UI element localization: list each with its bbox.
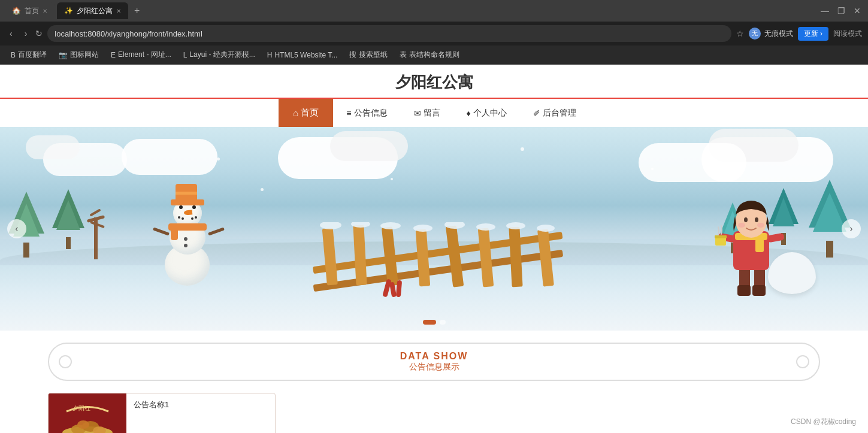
snowman [165,208,213,286]
messages-icon: ✉ [414,108,421,118]
update-button[interactable]: 更新 › [798,27,828,41]
nav-announcements[interactable]: ≡ 公告信息 [333,99,400,127]
bookmark-label: 表结构命名规则 [409,50,459,60]
nav-profile-label: 个人中心 [473,108,507,119]
nav-home[interactable]: ⌂ 首页 [279,99,333,127]
carousel-prev-button[interactable]: ‹ [7,219,26,238]
bookmark-label: HTML5 Website T... [274,51,337,59]
site-footer: CSDN @花椒coding [791,417,856,427]
nav-profile[interactable]: ♦ 个人中心 [453,99,520,127]
window-controls: — ❐ ✕ [818,6,863,16]
tab-home-favicon: 🏠 [12,7,21,15]
announcement-content: 公告名称1 [126,393,275,416]
tab-main-close[interactable]: ✕ [116,8,121,14]
bookmark-html5[interactable]: H HTML5 Website T... [262,49,343,61]
svg-rect-5 [415,229,430,286]
svg-rect-7 [477,228,493,287]
site-title: 夕阳红公寓 [0,65,868,99]
svg-point-12 [380,222,401,229]
announcement-image: 夕阳红 [49,393,126,433]
tab-home[interactable]: 🏠 首页 ✕ [5,2,55,19]
tab-main-label: 夕阳红公寓 [77,6,113,16]
carousel-indicator-2[interactable] [440,320,446,325]
bookmark-icon-site[interactable]: 📷 图标网站 [54,48,104,62]
svg-point-16 [506,222,525,229]
bookmark-star-icon[interactable]: ☆ [736,29,744,38]
wallpaper-icon: 搜 [349,50,356,60]
carousel-indicators [423,320,446,325]
bookmark-baidu-translate[interactable]: B 百度翻译 [6,48,52,62]
announcement-card[interactable]: 夕阳红 公告名称1 [48,393,276,433]
svg-point-31 [757,223,764,228]
back-button[interactable]: ‹ [6,28,16,40]
cloud-left-small [26,135,80,159]
svg-rect-26 [755,239,764,252]
svg-rect-3 [353,225,367,285]
svg-point-15 [476,223,495,231]
bookmark-label: Element - 网址... [118,50,171,60]
svg-point-30 [738,223,745,228]
svg-rect-33 [715,235,727,238]
tree-right1 [809,180,851,258]
announcements-section: 夕阳红 公告名称1 [0,387,868,433]
tree-left2 [52,189,85,249]
announcements-icon: ≡ [346,108,351,118]
cloud-right3 [639,143,746,182]
admin-icon: ✐ [533,108,540,118]
close-button[interactable]: ✕ [851,6,863,16]
carousel-prev-icon: ‹ [15,223,18,234]
svg-point-13 [413,225,433,232]
bookmark-label: 图标网站 [70,50,99,60]
restore-button[interactable]: ❐ [835,6,848,16]
svg-rect-21 [752,285,766,296]
data-show-banner: DATA SHOW 公告信息展示 [48,343,820,381]
minimize-button[interactable]: — [818,6,831,16]
svg-point-40 [77,420,89,429]
bookmark-element[interactable]: E Element - 网址... [106,48,176,62]
bookmark-wallpaper[interactable]: 搜 搜索壁纸 [344,48,392,62]
profile-label: 无痕模式 [764,29,793,39]
reading-mode-button[interactable]: 阅读模式 [833,29,862,39]
carousel-next-button[interactable]: › [842,219,861,238]
svg-rect-20 [737,285,751,296]
tab-bar-left: 🏠 首页 ✕ ✨ 夕阳红公寓 ✕ + [5,2,143,19]
layui-icon: L [183,51,187,59]
nav-admin-label: 后台管理 [543,108,576,119]
bare-tree-left [87,205,105,259]
tab-bar-right: — ❐ ✕ [818,6,863,16]
nav-home-label: 首页 [301,107,319,119]
bookmarks-bar: B 百度翻译 📷 图标网站 E Element - 网址... L Layui … [0,46,868,65]
svg-text:夕阳红: 夕阳红 [72,405,90,411]
wooden-fence [313,222,564,294]
data-show-en-title: DATA SHOW [49,351,819,362]
html5-icon: H [267,51,273,59]
bookmark-label: Layui - 经典开源模... [189,50,255,60]
tab-main-favicon: ✨ [64,7,73,15]
table-naming-icon: 表 [400,50,407,60]
carousel-indicator-1[interactable] [423,320,436,325]
bookmark-label: 百度翻译 [18,50,47,60]
snow-particle [651,168,654,170]
new-tab-button[interactable]: + [131,5,143,16]
profile-nav-icon: ♦ [467,108,471,118]
icon-site-icon: 📷 [59,51,68,59]
nav-messages[interactable]: ✉ 留言 [401,99,453,127]
site-nav: ⌂ 首页 ≡ 公告信息 ✉ 留言 ♦ 个人中心 ✐ 后台管理 [0,99,868,127]
url-input[interactable] [47,25,731,42]
carousel-next-icon: › [849,223,852,234]
home-icon: ⌂ [293,108,298,118]
tab-main[interactable]: ✨ 夕阳红公寓 ✕ [57,2,128,19]
nav-admin[interactable]: ✐ 后台管理 [520,99,589,127]
refresh-button[interactable]: ↻ [35,29,43,38]
element-icon: E [111,51,116,59]
baidu-translate-icon: B [11,51,16,59]
svg-point-10 [320,222,341,229]
data-show-section: DATA SHOW 公告信息展示 [0,331,868,387]
svg-rect-2 [322,228,337,285]
cloud-left2 [122,139,217,175]
bookmark-table-naming[interactable]: 表 表结构命名规则 [395,48,464,62]
forward-button[interactable]: › [21,28,31,40]
bookmark-layui[interactable]: L Layui - 经典开源模... [179,48,260,62]
svg-rect-8 [509,226,522,287]
tab-home-close[interactable]: ✕ [43,8,47,14]
